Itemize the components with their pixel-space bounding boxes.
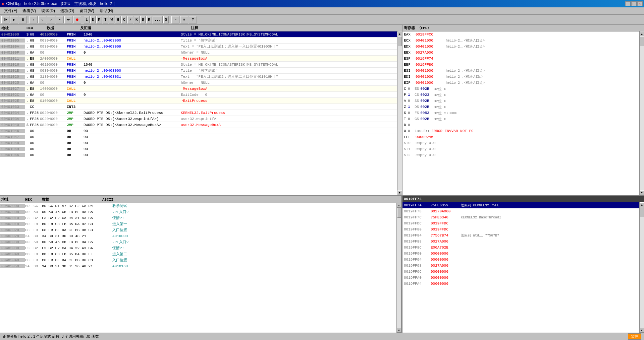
stack-row[interactable]: 0019FF94 00000000 — [402, 257, 639, 263]
stack-row[interactable]: 0019FF9C 00000000 — [402, 269, 639, 275]
dump-scroll-up[interactable]: ▲ — [397, 203, 401, 208]
tb-help[interactable]: ? — [189, 16, 197, 23]
disasm-row[interactable]: 0040100F . 6A 00 PUSH 0 hOwner = NULL — [0, 50, 397, 56]
tb-run-to[interactable]: ↛ — [56, 16, 64, 23]
reg-value[interactable]: 00401000 — [416, 39, 446, 43]
tb-T[interactable]: T — [103, 16, 108, 23]
close-button[interactable]: ✕ — [637, 1, 643, 6]
dump-row[interactable]: 00403048 C8 EB C8 EB BF DA CE BB D6 C3 入… — [0, 257, 396, 263]
stack-scrollbar[interactable]: ▲ ▼ — [639, 202, 644, 333]
reg-value[interactable]: 0019FF74 — [416, 57, 446, 61]
stack-scroll-down[interactable]: ▼ — [640, 328, 644, 333]
tb-play[interactable]: ▶ — [10, 16, 18, 23]
disasm-row[interactable]: 0040103A . FF25 0C204000 JMP DWORD PTR D… — [0, 116, 397, 122]
tb-pause[interactable]: ⏸ — [19, 16, 27, 23]
tb-C[interactable]: C — [121, 16, 127, 23]
disasm-scroll-down[interactable]: ▼ — [397, 190, 402, 195]
disasm-row[interactable]: 0040102C . 6A 00 PUSH 0 ExitCode = 0 — [0, 92, 397, 98]
disasm-row[interactable]: 0040102E . E8 01000000 CALL └ExitProcess — [0, 98, 397, 104]
tb-H[interactable]: H — [115, 16, 121, 23]
tb-L[interactable]: L — [84, 16, 90, 23]
disasm-row[interactable]: 00401049 00 DB 00 — [0, 146, 397, 152]
disasm-row[interactable]: 00401025 . 6A 00 PUSH 0 hOwner = NULL — [0, 80, 397, 86]
stack-row[interactable]: 0019FFA4 00000000 — [402, 281, 639, 287]
dump-content[interactable]: 00403000 BD CC BD CC D1 A7 B2 E2 CA D4 教… — [0, 203, 396, 333]
tb-step-out[interactable]: ↗ — [47, 16, 55, 23]
tb-R[interactable]: R — [146, 16, 152, 23]
reg-scrollbar[interactable]: ▲ ▼ — [639, 31, 644, 195]
tb-W[interactable]: W — [109, 16, 115, 23]
dump-row[interactable]: 00403010 E3 B2 E3 B2 E2 CA D4 31 A3 BA 怔… — [0, 215, 396, 221]
dump-row[interactable]: 00403040 BD F8 BD F8 C8 EB B5 DA B6 FE 进… — [0, 251, 396, 257]
stack-row[interactable]: 0019FF74 75FE6359 返回到 KERNEL32.75FE — [402, 202, 639, 208]
tb-slash[interactable]: / — [127, 16, 133, 23]
disasm-row[interactable]: 00401040 $ FF25 08204000 JMP DWORD PTR D… — [0, 122, 397, 128]
dump-row[interactable]: 00403028 34 30 34 30 31 30 30 48 21 4010… — [0, 233, 396, 239]
disasm-row[interactable]: 0040101B . 68 00304000 PUSH hello-2_.004… — [0, 68, 397, 74]
menu-help[interactable]: 帮助(H) — [97, 7, 116, 14]
disasm-row[interactable]: 00401034 . FF25 00204000 JMP DWORD PTR D… — [0, 110, 397, 116]
disasm-row[interactable]: 00401046 00 DB 00 — [0, 128, 397, 134]
tb-E[interactable]: E — [90, 16, 96, 23]
tb-B[interactable]: B — [140, 16, 146, 23]
dump-scrollbar[interactable]: ▲ ▼ — [396, 203, 401, 333]
disasm-row[interactable]: 00401020 . 68 31304000 PUSH hello-2_.004… — [0, 74, 397, 80]
submax-button[interactable]: ◱ — [631, 1, 637, 6]
dump-scroll-down[interactable]: ▼ — [397, 328, 401, 333]
tb-restart[interactable]: ▐◄ — [1, 16, 9, 23]
disasm-row[interactable]: 00401048 00 DB 00 — [0, 140, 397, 146]
dump-row[interactable]: 00403018 BD F8 BD F8 C8 EB B5 DA D2 BB 进… — [0, 221, 396, 227]
reg-value[interactable]: 00401000 — [416, 45, 446, 49]
reg-value[interactable]: 00401000 — [416, 75, 446, 79]
stack-scroll-up[interactable]: ▲ — [640, 202, 644, 207]
tb-dots[interactable]: ... — [153, 16, 163, 23]
disasm-row[interactable]: 00401000 $ 68 40100000 PUSH 1040 Style =… — [0, 31, 397, 38]
reg-value[interactable]: 0019FFCC — [416, 32, 446, 37]
disasm-row[interactable]: 0040104A 00 DB 00 — [0, 152, 397, 158]
stack-row[interactable]: 0019FF8C E00A702E — [402, 245, 639, 251]
stack-row[interactable]: 0019FF98 0027A000 — [402, 263, 639, 269]
dump-row[interactable]: 00403008 00 50 00 50 45 C8 EB BF DA B5 .… — [0, 209, 396, 215]
stack-row[interactable]: 0019FF84 77567B74 返回到 ntdll.77567B7 — [402, 232, 639, 239]
dump-row[interactable]: 00403038 E3 B2 E3 B2 E2 CA D4 32 A3 BA 怔… — [0, 245, 396, 251]
disasm-row[interactable]: 00401027 . E8 14000000 CALL -MessageBoxA — [0, 86, 397, 92]
disasm-content[interactable]: 00401000 $ 68 40100000 PUSH 1040 Style =… — [0, 31, 397, 195]
dump-row[interactable]: 00403030 00 50 00 50 45 C8 EB BF DA B5 .… — [0, 239, 396, 245]
stack-row[interactable]: 0019FF88 0027A000 — [402, 239, 639, 245]
disasm-row[interactable]: 00401005 . 68 00304000 PUSH hello-2_.004… — [0, 38, 397, 44]
eip-value[interactable]: 00401000 — [416, 81, 446, 85]
menu-debug[interactable]: 调试(D) — [39, 7, 58, 14]
reg-scroll-up[interactable]: ▲ — [640, 31, 644, 36]
stack-row[interactable]: 0019FF7C 75FE6340 KERNEL32.BaseThreadI — [402, 214, 639, 220]
menu-file[interactable]: 文件(F) — [1, 7, 20, 14]
tb-step-into[interactable]: ↙ — [30, 16, 38, 23]
tb-grid[interactable]: ⊞ — [180, 16, 188, 23]
dump-row[interactable]: 00403020 C8 EB C8 EB BF DA CE BB D6 C3 入… — [0, 227, 396, 233]
tb-K[interactable]: K — [134, 16, 140, 23]
tb-trace[interactable]: ▶▶ — [64, 16, 72, 23]
reg-value[interactable]: 0019FF80 — [416, 63, 446, 67]
disasm-row[interactable]: 00401047 00 DB 00 — [0, 134, 397, 140]
stack-row[interactable]: 0019FF78 00270A000 — [402, 208, 639, 214]
disasm-row[interactable]: 0040100A . 68 09304000 PUSH hello-2_.004… — [0, 44, 397, 50]
disasm-row[interactable]: 00401011 . E8 2A000000 CALL -MessageBoxA — [0, 56, 397, 62]
stack-row[interactable]: 0019FFDC 0019FFDC — [402, 220, 639, 226]
reg-scroll-down[interactable]: ▼ — [640, 190, 644, 195]
disasm-scrollbar[interactable]: ▲ ▼ — [397, 31, 402, 195]
minimize-button[interactable]: ─ — [625, 1, 631, 6]
menu-window[interactable]: 窗口(W) — [77, 7, 97, 14]
pause-button[interactable]: 暂停 — [628, 333, 641, 340]
menu-options[interactable]: 选项(O) — [58, 7, 77, 14]
reg-value[interactable]: 00401000 — [416, 69, 446, 73]
stack-row[interactable]: 0019FFA0 00000000 — [402, 275, 639, 281]
stack-row[interactable]: 0019FF80 0019FFDC — [402, 226, 639, 232]
tb-S[interactable]: S — [163, 16, 169, 23]
dump-row[interactable]: 00403050 34 30 34 30 31 30 31 36 48 21 4… — [0, 263, 396, 269]
disasm-row[interactable]: 00401016 . 68 40100000 PUSH 1040 Style =… — [0, 62, 397, 68]
stack-row[interactable]: 0019FF90 00000000 — [402, 251, 639, 257]
tb-M[interactable]: M — [96, 16, 102, 23]
menu-view[interactable]: 查看(V) — [20, 7, 39, 14]
dump-row[interactable]: 00403000 BD CC BD CC D1 A7 B2 E2 CA D4 教… — [0, 203, 396, 209]
tb-step-over[interactable]: ↘ — [38, 16, 46, 23]
disasm-scroll-up[interactable]: ▲ — [397, 31, 402, 36]
